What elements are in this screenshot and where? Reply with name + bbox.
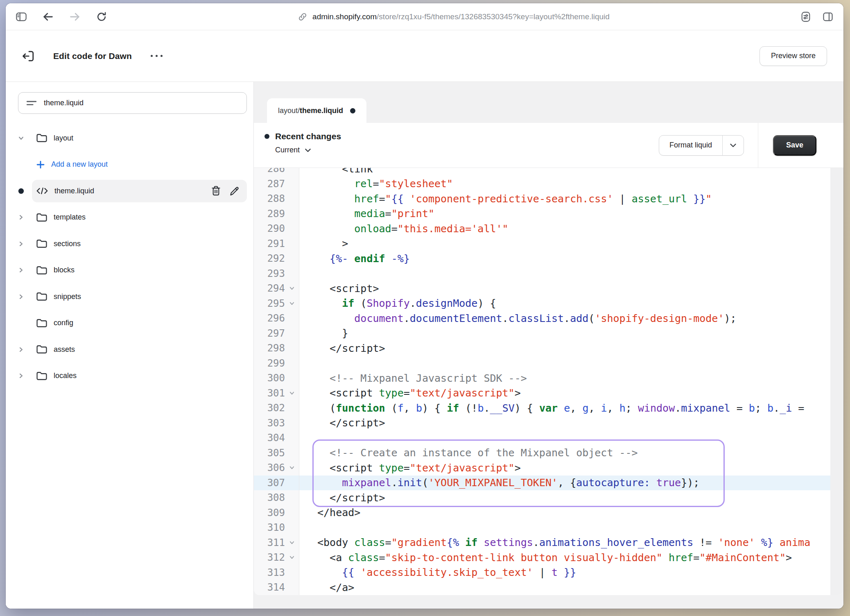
code-line-text: </a> (299, 582, 354, 593)
tree-marker[interactable] (18, 214, 32, 220)
save-button[interactable]: Save (773, 135, 816, 156)
code-line-312[interactable]: 312 <a class="skip-to-content-link butto… (254, 550, 843, 565)
pencil-icon[interactable] (229, 186, 240, 196)
code-line-314[interactable]: 314 </a> (254, 580, 843, 595)
code-line-295[interactable]: 295 if (Shopify.designMode) { (254, 296, 843, 311)
chevron-right-icon[interactable] (18, 346, 24, 353)
sidebar-toggle-icon[interactable] (16, 11, 27, 22)
file-search-input[interactable]: theme.liquid (18, 92, 247, 114)
sidebar-item-blocks[interactable]: blocks (18, 257, 247, 284)
code-line-304[interactable]: 304 (254, 430, 843, 446)
code-line-307[interactable]: 307 mixpanel.init('YOUR_MIXPANEL_TOKEN',… (254, 476, 843, 491)
code-line-296[interactable]: 296 document.documentElement.classList.a… (254, 311, 843, 326)
split-view-icon[interactable] (822, 11, 834, 22)
chevron-down-icon[interactable] (18, 135, 24, 141)
chevron-right-icon[interactable] (18, 373, 24, 379)
folder-icon (36, 318, 47, 328)
code-line-289[interactable]: 289 media="print" (254, 206, 843, 222)
code-line-300[interactable]: 300 <!-- Mixpanel Javascript SDK --> (254, 371, 843, 386)
code-line-290[interactable]: 290 onload="this.media='all'" (254, 221, 843, 236)
code-editor[interactable]: 286 <link287 rel="stylesheet"288 href="{… (254, 168, 843, 595)
code-line-294[interactable]: 294 <script> (254, 281, 843, 296)
exit-code-editor-icon[interactable] (21, 50, 35, 63)
tab-label: layout/theme.liquid (278, 106, 343, 115)
trash-icon[interactable] (211, 186, 221, 196)
chevron-down-icon (305, 148, 311, 153)
code-line-299[interactable]: 299 (254, 356, 843, 371)
format-liquid-button[interactable]: Format liquid (659, 136, 722, 155)
line-number: 295 (254, 298, 285, 309)
code-line-293[interactable]: 293 (254, 266, 843, 281)
sidebar-item-layout[interactable]: layout (18, 125, 247, 152)
code-line-311[interactable]: 311<body class="gradient{% if settings.a… (254, 535, 843, 550)
code-line-308[interactable]: 308 </script> (254, 490, 843, 505)
recent-changes-dot (264, 134, 269, 139)
format-liquid-split-button: Format liquid (659, 135, 744, 156)
tree-marker[interactable] (18, 294, 32, 300)
sidebar-item-config[interactable]: config (18, 310, 247, 337)
folder-icon (36, 344, 47, 354)
tree-item-label: blocks (54, 266, 75, 274)
forward-icon[interactable] (69, 11, 81, 22)
file-search-value: theme.liquid (44, 99, 84, 107)
code-line-313[interactable]: 313 {{ 'accessibility.skip_to_text' | t … (254, 565, 843, 580)
tree-item-label: sections (54, 240, 81, 248)
fold-icon[interactable] (289, 390, 295, 396)
page-settings-icon[interactable] (800, 11, 812, 23)
sidebar-item-templates[interactable]: templates (18, 204, 247, 231)
sidebar-item-assets[interactable]: assets (18, 336, 247, 363)
tree-marker[interactable] (18, 135, 32, 141)
line-number: 307 (254, 477, 285, 489)
line-number: 302 (254, 402, 285, 414)
code-line-291[interactable]: 291 > (254, 236, 843, 251)
url-bar[interactable]: admin.shopify.com/store/rzq1xu-f5/themes… (107, 12, 800, 22)
sidebar-item-add-a-new-layout[interactable]: Add a new layout (18, 152, 247, 178)
tree-marker[interactable] (18, 373, 32, 379)
sidebar-item-sections[interactable]: sections (18, 231, 247, 257)
code-line-286[interactable]: 286 <link (254, 168, 843, 177)
fold-icon[interactable] (289, 540, 295, 546)
code-line-303[interactable]: 303 </script> (254, 416, 843, 431)
code-line-text: mixpanel.init('YOUR_MIXPANEL_TOKEN', {au… (299, 477, 699, 489)
link-icon (298, 12, 307, 22)
format-liquid-dropdown[interactable] (722, 136, 744, 155)
fold-icon[interactable] (289, 285, 295, 291)
code-line-302[interactable]: 302 (function (f, b) { if (!b.__SV) { va… (254, 401, 843, 416)
chevron-right-icon[interactable] (18, 241, 24, 247)
sidebar-item-locales[interactable]: locales (18, 363, 247, 390)
code-line-310[interactable]: 310 (254, 520, 843, 535)
version-dropdown[interactable]: Current (275, 146, 659, 154)
tree-item-label: snippets (54, 292, 81, 301)
fold-icon[interactable] (289, 465, 295, 471)
url-text: admin.shopify.com/store/rzq1xu-f5/themes… (312, 12, 610, 21)
tree-marker[interactable] (18, 241, 32, 247)
sidebar-item-snippets[interactable]: snippets (18, 283, 247, 310)
code-line-301[interactable]: 301 <script type="text/javascript"> (254, 386, 843, 401)
code-line-text: <script type="text/javascript"> (299, 462, 521, 474)
code-line-298[interactable]: 298 </script> (254, 341, 843, 356)
code-line-306[interactable]: 306 <script type="text/javascript"> (254, 460, 843, 476)
chevron-right-icon[interactable] (18, 267, 24, 273)
code-line-287[interactable]: 287 rel="stylesheet" (254, 177, 843, 192)
tree-item-label: assets (54, 345, 75, 354)
code-line-292[interactable]: 292 {%- endif -%} (254, 251, 843, 266)
sidebar-item-theme-liquid[interactable]: theme.liquid (18, 178, 247, 204)
code-line-288[interactable]: 288 href="{{ 'component-predictive-searc… (254, 191, 843, 206)
back-icon[interactable] (42, 11, 54, 22)
code-line-text: if (Shopify.designMode) { (299, 297, 496, 309)
folder-icon (36, 371, 47, 381)
code-line-309[interactable]: 309</head> (254, 505, 843, 521)
chevron-right-icon[interactable] (18, 214, 24, 220)
fold-icon[interactable] (289, 555, 295, 560)
tab-theme-liquid[interactable]: layout/theme.liquid (267, 98, 366, 123)
tree-marker[interactable] (18, 346, 32, 353)
chevron-right-icon[interactable] (18, 294, 24, 300)
more-actions-icon[interactable] (151, 55, 163, 57)
code-line-297[interactable]: 297 } (254, 326, 843, 341)
code-line-305[interactable]: 305 <!-- Create an instance of the Mixpa… (254, 446, 843, 461)
fold-icon[interactable] (289, 301, 295, 306)
reload-icon[interactable] (96, 11, 107, 23)
preview-store-button[interactable]: Preview store (760, 46, 827, 66)
tree-marker[interactable] (18, 267, 32, 273)
editor-scrollbar[interactable] (830, 168, 843, 595)
